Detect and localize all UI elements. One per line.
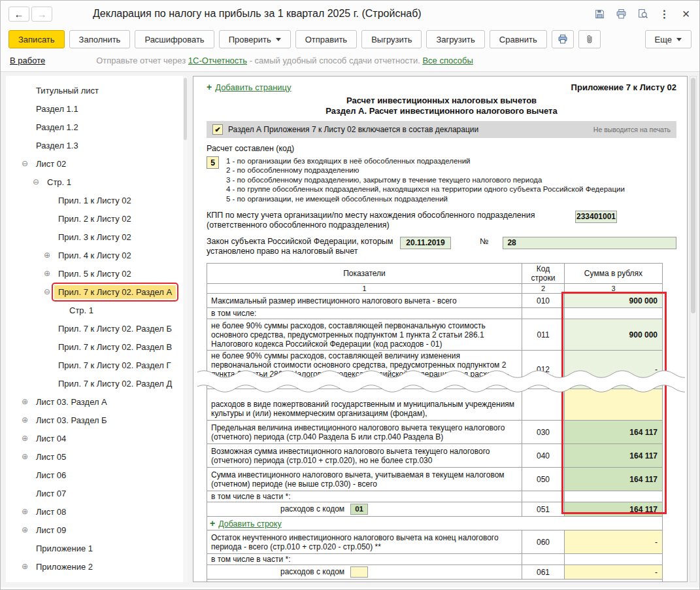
including-sum-cell	[565, 308, 663, 319]
tree-item[interactable]: Раздел 1.1	[6, 99, 188, 118]
calc-code-field[interactable]: 5	[207, 156, 219, 169]
row-051-expense-code-field[interactable]: 01	[350, 504, 368, 515]
row-013-sum-field[interactable]	[565, 389, 663, 421]
attachment-button[interactable]	[578, 30, 601, 48]
tree-item[interactable]: ⊖ Стр. 1	[6, 173, 188, 191]
expander-icon[interactable]: ⊕	[44, 251, 54, 260]
expander-icon[interactable]: ⊕	[44, 269, 54, 278]
expander-icon[interactable]: ⊕	[22, 434, 32, 443]
send-button[interactable]: Отправить	[295, 30, 357, 48]
print-button[interactable]	[552, 30, 574, 48]
tree-item[interactable]: Прил. 7 к Листу 02. Раздел В	[6, 338, 188, 356]
expander-icon[interactable]: ⊖	[33, 177, 43, 186]
paperclip-icon	[584, 34, 595, 44]
check-button[interactable]: Проверить	[219, 30, 291, 48]
add-icon	[210, 518, 215, 529]
titlebar: Декларация по налогу на прибыль за 1 ква…	[1, 1, 699, 27]
tree-item-label: Прил. 4 к Листу 02	[54, 249, 135, 262]
tree-item[interactable]: ⊕ Прил. 4 к Листу 02	[6, 246, 188, 264]
tree-item[interactable]: ⊖ Лист 02	[6, 154, 188, 173]
load-button[interactable]: Загрузить	[426, 30, 484, 48]
reporting-service-link[interactable]: 1С-Отчетность	[188, 56, 247, 65]
expander-icon[interactable]: ⊖	[44, 287, 54, 296]
add-row-cell-2: Добавить строку	[207, 580, 663, 582]
row-030-sum-field[interactable]: 164 117	[565, 421, 663, 444]
close-icon[interactable]	[680, 9, 692, 20]
tree-item[interactable]: Прил. 2 к Листу 02	[6, 209, 188, 228]
fill-button[interactable]: Заполнить	[69, 30, 131, 48]
col-num-2: 2	[522, 284, 565, 294]
back-button[interactable]	[8, 7, 29, 22]
row-011-label: не более 90% суммы расходов, составляюще…	[207, 319, 522, 351]
decode-button[interactable]: Расшифровать	[135, 30, 214, 48]
main-scroll-thumb[interactable]	[691, 78, 695, 313]
add-row-link[interactable]: Добавить строку	[218, 519, 281, 529]
tree-item[interactable]: Прил. 3 к Листу 02	[6, 228, 188, 246]
expander-icon[interactable]: ⊕	[22, 415, 32, 425]
more-menu-icon[interactable]	[659, 9, 670, 20]
row-010-sum-field[interactable]: 900 000	[565, 294, 663, 308]
sidebar-tree: Титульный лист Раздел 1.1 Раздел 1.2 Раз…	[6, 81, 188, 576]
tree-item[interactable]: ⊕ Приложение 2	[6, 557, 188, 576]
tree-item[interactable]: Раздел 1.3	[6, 136, 188, 154]
tree-item[interactable]: ⊕ Лист 04	[6, 429, 188, 447]
tree-item[interactable]: Лист 06	[6, 466, 188, 484]
include-checkbox[interactable]	[212, 124, 223, 135]
tree-item[interactable]: Прил. 7 к Листу 02. Раздел Б	[6, 319, 188, 338]
more-button[interactable]: Еще	[645, 30, 692, 48]
row-012-sum-field[interactable]: -	[565, 351, 663, 389]
tree-item[interactable]: Прил. 1 к Листу 02	[6, 191, 188, 209]
tree-item[interactable]: ⊕ Лист 09	[6, 521, 188, 539]
row-011-sum-field[interactable]: 900 000	[565, 319, 663, 351]
status-message: Отправьте отчет через 1С-Отчетность - са…	[96, 56, 473, 65]
row-061-sum-field[interactable]: -	[565, 565, 663, 580]
main-scrollbar[interactable]	[690, 76, 697, 582]
expander-icon[interactable]: ⊕	[22, 507, 32, 516]
law-date-field[interactable]: 20.11.2019	[400, 237, 451, 249]
tree-item-label: Лист 08	[32, 505, 70, 519]
tree-item[interactable]: ⊖ Прил. 7 к Листу 02. Раздел А	[6, 283, 188, 301]
tree-item[interactable]: ⊕ Прил. 5 к Листу 02	[6, 264, 188, 283]
save-icon[interactable]	[594, 9, 605, 20]
preview-icon[interactable]	[637, 9, 648, 20]
sidebar-scroll-thumb[interactable]	[184, 78, 187, 140]
including-part-2-sum-cell	[565, 554, 663, 565]
print-icon[interactable]	[616, 9, 627, 20]
kpp-field[interactable]: 233401001	[575, 211, 617, 223]
expander-icon[interactable]: ⊖	[22, 159, 32, 168]
tree-item[interactable]: ⊕ Лист 03. Раздел А	[6, 392, 188, 411]
tree-item[interactable]: Прил. 7 к Листу 02. Раздел Д	[6, 374, 188, 392]
tree-item[interactable]: Приложение 1	[6, 539, 188, 557]
expander-icon[interactable]: ⊕	[22, 397, 32, 406]
expander-icon[interactable]: ⊕	[22, 562, 32, 571]
unload-button[interactable]: Выгрузить	[361, 30, 422, 48]
tree-item[interactable]: Стр. 1	[6, 301, 188, 319]
tree-item[interactable]: ⊕ Лист 05	[6, 447, 188, 466]
sidebar-scrollbar[interactable]	[183, 76, 188, 582]
section-a-table: Показатели Код строки Сумма в рублях 1 2…	[207, 263, 663, 582]
tree-item[interactable]: Прил. 7 к Листу 02. Раздел Г	[6, 356, 188, 374]
row-060-label: Остаток неучтенного инвестиционного нало…	[207, 530, 522, 554]
report-state-link[interactable]: В работе	[10, 56, 45, 65]
tree-item[interactable]: Титульный лист	[6, 81, 188, 99]
write-button[interactable]: Записать	[8, 30, 65, 48]
tree-item[interactable]: Лист 07	[6, 484, 188, 502]
print-note: Не выводится на печать	[593, 126, 671, 133]
app-window: Декларация по налогу на прибыль за 1 ква…	[0, 0, 700, 590]
row-050-sum-field[interactable]: 164 117	[565, 468, 663, 491]
row-060-sum-field[interactable]: -	[565, 530, 663, 554]
expander-icon[interactable]: ⊕	[22, 525, 32, 534]
row-061-expense-code-field[interactable]	[350, 566, 368, 578]
all-ways-link[interactable]: Все способы	[422, 56, 473, 65]
expander-icon[interactable]: ⊕	[22, 452, 32, 461]
tree-item[interactable]: Раздел 1.2	[6, 118, 188, 136]
law-number-field[interactable]: 28	[503, 237, 676, 249]
row-051-sum-field[interactable]: 164 117	[565, 502, 663, 517]
tree-item[interactable]: ⊕ Лист 03. Раздел Б	[6, 411, 188, 429]
forward-button[interactable]	[31, 7, 52, 22]
number-sign: №	[480, 237, 488, 247]
compare-button[interactable]: Сравнить	[490, 30, 547, 48]
tree-item[interactable]: ⊕ Лист 08	[6, 502, 188, 521]
add-page-link[interactable]: Добавить страницу	[215, 82, 291, 92]
row-040-sum-field[interactable]: 164 117	[565, 444, 663, 468]
